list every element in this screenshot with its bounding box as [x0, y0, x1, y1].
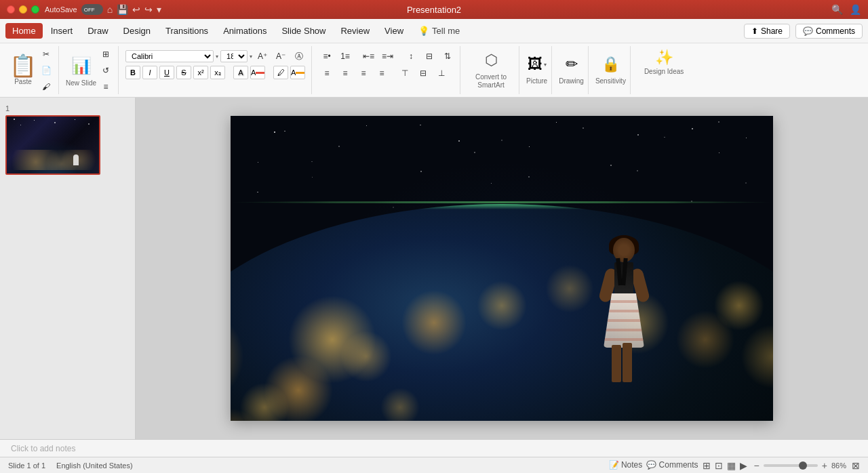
picture-dropdown[interactable]: ▾	[544, 62, 547, 68]
canvas-area[interactable]	[136, 98, 868, 439]
undo-icon[interactable]: ↩	[132, 4, 140, 15]
comments-statusbar-button[interactable]: 💬 Comments	[646, 460, 698, 471]
menu-slideshow[interactable]: Slide Show	[275, 23, 332, 39]
statusbar: Slide 1 of 1 English (United States) 📝 N…	[0, 457, 868, 473]
reset-button[interactable]: ↺	[98, 63, 114, 78]
align-top-button[interactable]: ⊤	[397, 66, 413, 81]
format-painter-button[interactable]: 🖌	[38, 79, 54, 94]
drawing-label[interactable]: Drawing	[559, 77, 584, 85]
copy-button[interactable]: 📄	[38, 63, 54, 78]
picture-label[interactable]: Picture	[526, 77, 547, 85]
reading-view-button[interactable]: ▦	[727, 460, 736, 471]
align-bottom-button[interactable]: ⊥	[433, 66, 450, 81]
zoom-out-button[interactable]: −	[753, 460, 761, 471]
slide-sorter-button[interactable]: ⊡	[715, 460, 723, 471]
picture-icon: 🖼	[528, 56, 542, 73]
fit-slide-button[interactable]: ⊠	[852, 460, 860, 471]
slide-thumb-image	[7, 117, 99, 173]
section-button[interactable]: ≡	[98, 79, 114, 94]
star-11	[312, 177, 313, 178]
menu-home[interactable]: Home	[5, 23, 43, 39]
paste-button[interactable]: 📋 Paste	[9, 55, 37, 85]
font-shadow-button[interactable]: A	[233, 66, 248, 79]
normal-view-button[interactable]: ⊞	[703, 460, 711, 471]
strikethrough-button[interactable]: S	[176, 66, 191, 79]
numbering-button[interactable]: 1≡	[337, 49, 353, 64]
menu-review[interactable]: Review	[334, 23, 376, 39]
increase-font-button[interactable]: A⁺	[254, 49, 271, 64]
font-size-select[interactable]: 18	[220, 50, 248, 62]
sensitivity-label[interactable]: Sensitivity	[595, 77, 626, 85]
search-icon[interactable]: 🔍	[831, 4, 843, 15]
zoom-in-button[interactable]: +	[821, 460, 829, 471]
line-spacing-button[interactable]: ↕	[403, 49, 419, 64]
menu-draw[interactable]: Draw	[81, 23, 115, 39]
highlight-button[interactable]: 🖊	[273, 66, 288, 79]
font-family-select[interactable]: Calibri	[125, 50, 214, 62]
text-direction-button[interactable]: ⇅	[439, 49, 456, 64]
italic-button[interactable]: I	[142, 66, 157, 79]
columns-button[interactable]: ⊟	[421, 49, 437, 64]
user-icon[interactable]: 👤	[850, 4, 861, 15]
close-button[interactable]	[7, 5, 15, 14]
drawing-icon: ✏	[566, 56, 578, 73]
slide-show-button[interactable]: ▶	[740, 460, 747, 471]
star-1	[274, 131, 275, 133]
language-label: English (United States)	[56, 461, 133, 470]
zoom-slider[interactable]	[764, 464, 818, 467]
bullets-button[interactable]: ≡•	[319, 49, 335, 64]
notes-statusbar-button[interactable]: 📝 Notes	[609, 460, 643, 471]
paste-label: Paste	[14, 78, 32, 85]
menu-tell-me[interactable]: 💡 Tell me	[412, 23, 467, 39]
share-button[interactable]: ⬆ Share	[744, 24, 790, 39]
minimize-button[interactable]	[19, 5, 27, 14]
menu-transitions[interactable]: Transitions	[159, 23, 215, 39]
align-middle-button[interactable]: ⊟	[415, 66, 431, 81]
align-center-button[interactable]: ≡	[337, 66, 353, 81]
window-title: Presentation2	[407, 5, 461, 15]
save-icon[interactable]: 💾	[117, 4, 128, 15]
new-slide-button[interactable]: 📊	[67, 54, 96, 78]
autosave-label: AutoSave	[45, 5, 77, 14]
design-ideas-button[interactable]: ✨ Design Ideas	[637, 46, 690, 78]
underline-button[interactable]: U	[159, 66, 174, 79]
share-icon: ⬆	[751, 26, 758, 36]
clear-format-button[interactable]: Ⓐ	[291, 49, 307, 64]
align-right-button[interactable]: ≡	[355, 66, 372, 81]
justify-button[interactable]: ≡	[374, 66, 390, 81]
notes-area[interactable]: Click to add notes	[0, 439, 868, 457]
earth-lights	[231, 204, 773, 421]
paste-icon: 📋	[9, 55, 37, 77]
decrease-indent-button[interactable]: ⇤≡	[360, 49, 377, 64]
sensitivity-group: 🔒 Sensitivity	[591, 46, 631, 94]
redo-icon[interactable]: ↪	[144, 4, 153, 15]
subscript-button[interactable]: x₂	[210, 66, 225, 79]
comments-button[interactable]: 💬 Comments	[795, 24, 863, 39]
thumb-figure	[73, 155, 79, 165]
autosave-toggle[interactable]: OFF	[81, 4, 103, 15]
smartart-label[interactable]: Convert to SmartArt	[467, 73, 515, 89]
align-left-button[interactable]: ≡	[319, 66, 335, 81]
design-ideas-icon: ✨	[655, 49, 673, 66]
slide-thumbnail[interactable]	[5, 115, 100, 175]
zoom-level[interactable]: 86%	[831, 461, 846, 470]
girl-leg-right	[623, 343, 632, 382]
menu-design[interactable]: Design	[117, 23, 157, 39]
menu-insert[interactable]: Insert	[44, 23, 80, 39]
menu-view[interactable]: View	[378, 23, 410, 39]
decrease-font-button[interactable]: A⁻	[273, 49, 289, 64]
maximize-button[interactable]	[31, 5, 39, 14]
font-color-2-button[interactable]: A	[290, 66, 305, 79]
star	[20, 125, 21, 125]
slide-canvas[interactable]	[231, 116, 773, 421]
home-icon[interactable]: ⌂	[107, 4, 113, 15]
superscript-button[interactable]: x²	[193, 66, 208, 79]
layout-button[interactable]: ⊞	[98, 47, 114, 62]
more-icon[interactable]: ▾	[157, 4, 161, 15]
increase-indent-button[interactable]: ≡⇥	[379, 49, 396, 64]
font-color-button[interactable]: A	[250, 66, 265, 79]
cut-button[interactable]: ✂	[38, 47, 54, 62]
bold-button[interactable]: B	[125, 66, 140, 79]
menu-animations[interactable]: Animations	[216, 23, 273, 39]
star	[54, 122, 56, 123]
